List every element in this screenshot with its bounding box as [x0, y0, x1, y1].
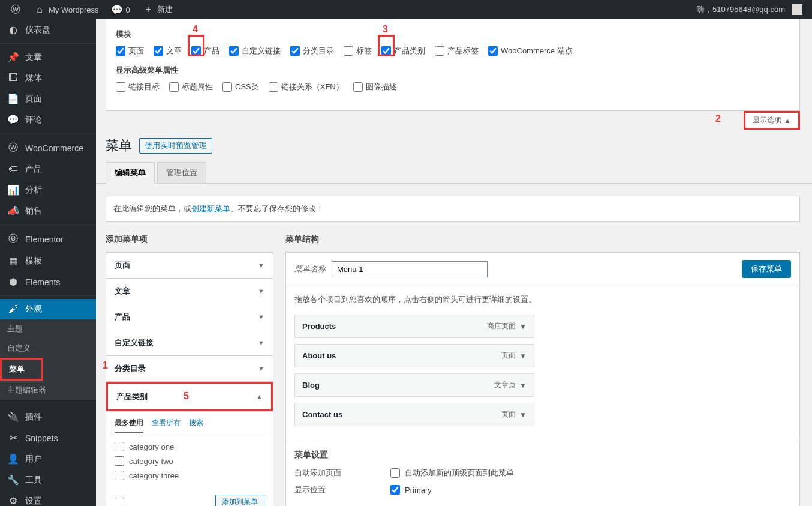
- sidebar-products[interactable]: 🏷产品: [0, 159, 96, 179]
- advanced-check-1[interactable]: 标题属性: [169, 82, 213, 92]
- advanced-check-4[interactable]: 图像描述: [353, 82, 397, 92]
- tab-recent[interactable]: 最多使用: [115, 418, 143, 433]
- auto-add-checkbox[interactable]: [390, 468, 400, 478]
- accordion-section: 页面▼: [106, 252, 273, 279]
- submenu-menus[interactable]: 菜单: [0, 358, 43, 381]
- module-checkbox[interactable]: [229, 46, 239, 56]
- advanced-checkbox[interactable]: [222, 82, 232, 92]
- module-label: 页面: [128, 46, 144, 56]
- advanced-checkbox[interactable]: [116, 82, 125, 92]
- menu-structure-item[interactable]: About us页面 ▼: [294, 344, 534, 367]
- sidebar-dashboard[interactable]: ◐仪表盘: [0, 19, 96, 40]
- module-checkbox[interactable]: [290, 46, 300, 56]
- sidebar-appearance[interactable]: 🖌外观: [0, 299, 96, 319]
- advanced-checkbox[interactable]: [169, 82, 179, 92]
- sidebar-elementor[interactable]: ⓔElementor: [0, 228, 96, 250]
- submenu-customize[interactable]: 自定义: [0, 339, 96, 358]
- category-item[interactable]: category two: [115, 454, 264, 468]
- tab-search[interactable]: 搜索: [189, 418, 203, 433]
- sidebar-comments[interactable]: 💬评论: [0, 109, 96, 130]
- advanced-checkbox[interactable]: [353, 82, 363, 92]
- sidebar-users[interactable]: 👤用户: [0, 448, 96, 469]
- tab-edit-menu[interactable]: 编辑菜单: [106, 162, 155, 184]
- user-greeting[interactable]: 嗨，510795648@qq.com: [692, 0, 807, 19]
- comments-link[interactable]: 💬0: [106, 0, 135, 19]
- accordion-toggle[interactable]: 页面▼: [106, 253, 273, 278]
- caret-down-icon[interactable]: ▼: [519, 411, 527, 419]
- greeting-text: 嗨，510795648@qq.com: [697, 4, 785, 15]
- sidebar-marketing[interactable]: 📣销售: [0, 200, 96, 221]
- module-check-3[interactable]: 自定义链接: [229, 46, 281, 56]
- caret-down-icon[interactable]: ▼: [519, 352, 527, 360]
- sidebar-snippets[interactable]: ✂Snippets: [0, 427, 96, 448]
- accordion-toggle[interactable]: 产品▼: [106, 304, 273, 330]
- menu-name-input[interactable]: [332, 261, 488, 277]
- save-menu-button[interactable]: 保存菜单: [742, 260, 791, 278]
- modules-heading: 模块: [116, 29, 790, 40]
- add-to-menu-button[interactable]: 添加到菜单: [215, 495, 264, 506]
- module-check-8[interactable]: WooCommerce 端点: [488, 46, 573, 56]
- sidebar-templates[interactable]: ▦模板: [0, 250, 96, 271]
- select-all[interactable]: [115, 495, 124, 507]
- sidebar-settings[interactable]: ⚙设置: [0, 490, 96, 506]
- advanced-check-2[interactable]: CSS类: [222, 82, 259, 92]
- sidebar-media[interactable]: 🎞媒体: [0, 68, 96, 88]
- module-checkbox[interactable]: [381, 46, 391, 56]
- sidebar-posts[interactable]: 📌文章: [0, 47, 96, 68]
- module-check-5[interactable]: 标签: [344, 46, 372, 56]
- sidebar-plugins[interactable]: 🔌插件: [0, 406, 96, 427]
- caret-down-icon[interactable]: ▼: [519, 322, 527, 331]
- menu-structure-item[interactable]: Contact us页面 ▼: [294, 403, 534, 426]
- accordion-toggle[interactable]: 分类目录▼: [106, 356, 273, 381]
- category-checkbox[interactable]: [115, 471, 124, 480]
- category-checkbox[interactable]: [115, 442, 124, 451]
- module-checkbox[interactable]: [344, 46, 353, 56]
- accordion-toggle[interactable]: 产品类别5▲: [106, 382, 273, 411]
- tab-manage-locations[interactable]: 管理位置: [157, 162, 206, 184]
- sidebar-elements[interactable]: ⬢Elements: [0, 271, 96, 292]
- category-label: category three: [129, 471, 179, 480]
- menu-structure-item[interactable]: Blog文章页 ▼: [294, 373, 534, 397]
- advanced-check-3[interactable]: 链接关系（XFN）: [269, 82, 344, 92]
- site-home[interactable]: ⌂My Wordpress: [29, 0, 104, 19]
- module-checkbox[interactable]: [154, 46, 163, 56]
- accordion-toggle[interactable]: 自定义链接▼: [106, 330, 273, 355]
- wp-logo[interactable]: ⓦ: [5, 0, 26, 19]
- advanced-checkbox[interactable]: [269, 82, 278, 92]
- category-item[interactable]: category three: [115, 468, 264, 483]
- accordion-section: 文章▼: [106, 278, 273, 304]
- menu-structure-item[interactable]: Products商店页面 ▼: [294, 315, 534, 338]
- sidebar-tools[interactable]: 🔧工具: [0, 469, 96, 490]
- accordion-toggle[interactable]: 文章▼: [106, 279, 273, 304]
- menu-item-type: 商店页面 ▼: [487, 321, 527, 331]
- select-all-checkbox[interactable]: [115, 498, 124, 507]
- module-checkbox[interactable]: [116, 46, 125, 56]
- module-checkbox[interactable]: [435, 46, 444, 56]
- sidebar-analytics[interactable]: 📊分析: [0, 179, 96, 200]
- advanced-check-0[interactable]: 链接目标: [116, 82, 160, 92]
- category-item[interactable]: category one: [115, 439, 264, 454]
- create-menu-link[interactable]: 创建新菜单: [191, 204, 230, 213]
- tab-all[interactable]: 查看所有: [152, 418, 181, 433]
- sidebar-pages[interactable]: 📄页面: [0, 88, 96, 109]
- module-check-1[interactable]: 文章: [154, 46, 182, 56]
- module-check-2[interactable]: 4产品: [191, 46, 219, 56]
- module-checkbox[interactable]: [191, 46, 201, 56]
- module-check-4[interactable]: 分类目录: [290, 46, 334, 56]
- primary-location-checkbox[interactable]: [390, 485, 400, 495]
- module-checkbox[interactable]: [488, 46, 498, 56]
- module-check-0[interactable]: 页面: [116, 46, 144, 56]
- gear-icon: ⚙: [7, 495, 19, 506]
- module-check-7[interactable]: 产品标签: [435, 46, 479, 56]
- appearance-submenu: 主题 自定义 菜单 1 主题编辑器: [0, 319, 96, 400]
- screen-options-toggle[interactable]: 显示选项 ▲: [744, 111, 800, 130]
- new-content[interactable]: +新建: [137, 0, 178, 19]
- submenu-themes[interactable]: 主题: [0, 319, 96, 339]
- category-checkbox[interactable]: [115, 456, 124, 466]
- live-preview-button[interactable]: 使用实时预览管理: [139, 138, 212, 154]
- module-check-6[interactable]: 3产品类别: [381, 46, 425, 56]
- caret-down-icon[interactable]: ▼: [519, 381, 527, 390]
- module-label: 产品: [204, 46, 219, 56]
- submenu-theme-editor[interactable]: 主题编辑器: [0, 381, 96, 400]
- sidebar-woocommerce[interactable]: ⓦWooCommerce: [0, 137, 96, 159]
